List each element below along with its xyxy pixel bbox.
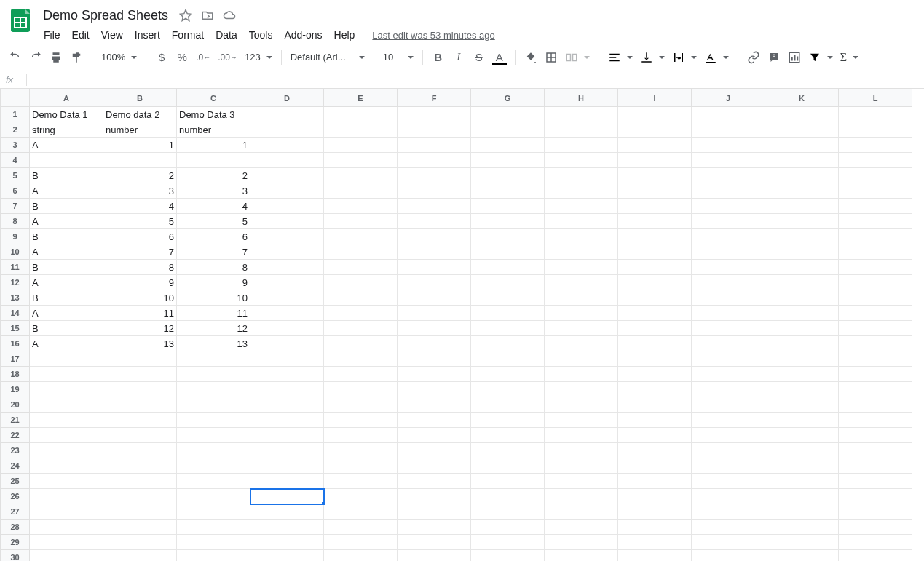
cell-B28[interactable] (103, 520, 177, 535)
cell-D8[interactable] (250, 214, 324, 229)
cell-J20[interactable] (692, 397, 765, 413)
cell-G23[interactable] (471, 443, 545, 458)
cell-H4[interactable] (545, 153, 618, 168)
cell-H15[interactable] (545, 321, 618, 336)
cell-H9[interactable] (545, 229, 618, 244)
cell-K23[interactable] (765, 443, 839, 458)
cell-G12[interactable] (471, 275, 545, 290)
cell-J29[interactable] (692, 535, 765, 550)
cell-L6[interactable] (839, 183, 912, 199)
cell-H14[interactable] (545, 306, 618, 321)
cell-K17[interactable] (765, 351, 839, 367)
cell-H16[interactable] (545, 336, 618, 351)
cell-K3[interactable] (765, 138, 839, 153)
menu-help[interactable]: Help (328, 26, 361, 44)
cell-F7[interactable] (398, 199, 471, 214)
document-title[interactable]: Demo Spread Sheets (38, 6, 173, 25)
cell-D19[interactable] (250, 382, 324, 397)
menu-data[interactable]: Data (210, 26, 243, 44)
vertical-align-button[interactable] (637, 48, 668, 67)
cell-E26[interactable] (324, 489, 398, 504)
cell-F30[interactable] (398, 550, 471, 562)
cell-A9[interactable]: B (30, 229, 103, 244)
cell-G24[interactable] (471, 458, 545, 474)
row-header-30[interactable]: 30 (1, 550, 30, 562)
cell-E21[interactable] (324, 413, 398, 428)
cell-J26[interactable] (692, 489, 765, 504)
cell-E24[interactable] (324, 458, 398, 474)
cell-I12[interactable] (618, 275, 692, 290)
cell-D22[interactable] (250, 428, 324, 443)
cell-B11[interactable]: 8 (103, 260, 177, 275)
cell-C19[interactable] (177, 382, 250, 397)
cell-K14[interactable] (765, 306, 839, 321)
cell-F19[interactable] (398, 382, 471, 397)
cell-F25[interactable] (398, 474, 471, 489)
cell-D24[interactable] (250, 458, 324, 474)
cell-I25[interactable] (618, 474, 692, 489)
cell-C27[interactable] (177, 504, 250, 520)
cell-A21[interactable] (30, 413, 103, 428)
cell-F9[interactable] (398, 229, 471, 244)
cell-G3[interactable] (471, 138, 545, 153)
strikethrough-button[interactable]: S (470, 48, 489, 67)
cell-B23[interactable] (103, 443, 177, 458)
cell-C23[interactable] (177, 443, 250, 458)
cell-L26[interactable] (839, 489, 912, 504)
cell-F14[interactable] (398, 306, 471, 321)
cell-K10[interactable] (765, 244, 839, 260)
cell-E12[interactable] (324, 275, 398, 290)
cell-H2[interactable] (545, 122, 618, 138)
row-header-15[interactable]: 15 (1, 321, 30, 336)
cell-E3[interactable] (324, 138, 398, 153)
cell-A16[interactable]: A (30, 336, 103, 351)
column-header-A[interactable]: A (30, 89, 103, 107)
cell-H27[interactable] (545, 504, 618, 520)
row-header-22[interactable]: 22 (1, 428, 30, 443)
cell-J28[interactable] (692, 520, 765, 535)
cell-A13[interactable]: B (30, 290, 103, 306)
cell-I7[interactable] (618, 199, 692, 214)
cell-L15[interactable] (839, 321, 912, 336)
text-wrap-button[interactable] (669, 48, 700, 67)
cell-G26[interactable] (471, 489, 545, 504)
cell-C4[interactable] (177, 153, 250, 168)
cell-A29[interactable] (30, 535, 103, 550)
column-header-H[interactable]: H (545, 89, 618, 107)
cell-D5[interactable] (250, 168, 324, 183)
cell-K7[interactable] (765, 199, 839, 214)
cell-B22[interactable] (103, 428, 177, 443)
cell-D13[interactable] (250, 290, 324, 306)
cell-D14[interactable] (250, 306, 324, 321)
cell-G10[interactable] (471, 244, 545, 260)
cell-E29[interactable] (324, 535, 398, 550)
cell-C3[interactable]: 1 (177, 138, 250, 153)
cell-E18[interactable] (324, 367, 398, 382)
cell-K28[interactable] (765, 520, 839, 535)
cell-F6[interactable] (398, 183, 471, 199)
cell-C9[interactable]: 6 (177, 229, 250, 244)
cell-H6[interactable] (545, 183, 618, 199)
cell-B8[interactable]: 5 (103, 214, 177, 229)
text-rotation-button[interactable] (701, 48, 732, 67)
cell-A28[interactable] (30, 520, 103, 535)
cell-E16[interactable] (324, 336, 398, 351)
cell-I15[interactable] (618, 321, 692, 336)
decrease-decimal-button[interactable]: .0← (193, 48, 213, 67)
horizontal-align-button[interactable] (605, 48, 636, 67)
cell-G14[interactable] (471, 306, 545, 321)
cell-D23[interactable] (250, 443, 324, 458)
cell-E11[interactable] (324, 260, 398, 275)
cell-D12[interactable] (250, 275, 324, 290)
row-header-5[interactable]: 5 (1, 168, 30, 183)
cell-B21[interactable] (103, 413, 177, 428)
cell-B2[interactable]: number (103, 122, 177, 138)
cell-G19[interactable] (471, 382, 545, 397)
cell-F8[interactable] (398, 214, 471, 229)
cell-E7[interactable] (324, 199, 398, 214)
insert-link-button[interactable] (744, 48, 763, 67)
column-header-K[interactable]: K (765, 89, 839, 107)
cell-J19[interactable] (692, 382, 765, 397)
cell-L7[interactable] (839, 199, 912, 214)
move-icon[interactable] (201, 9, 214, 22)
